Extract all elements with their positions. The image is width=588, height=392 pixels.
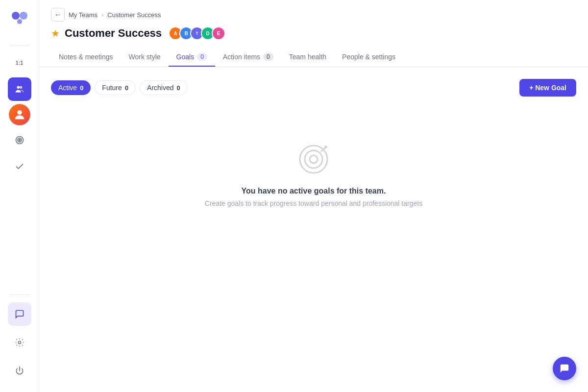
svg-point-2	[17, 19, 22, 24]
sidebar-item-settings[interactable]	[8, 331, 31, 354]
active-filter-count: 0	[80, 84, 83, 92]
empty-state-subtitle: Create goals to track progress toward pe…	[205, 199, 422, 207]
team-name: Customer Success	[65, 27, 162, 40]
back-arrow-icon: ←	[54, 11, 61, 19]
teams-icon	[14, 84, 25, 95]
svg-point-9	[18, 342, 21, 344]
sidebar-item-chat[interactable]	[8, 302, 31, 326]
sidebar-item-teams[interactable]	[8, 77, 31, 101]
sidebar-bottom	[8, 291, 31, 384]
page-header: ← My Teams › Customer Success ★ Customer…	[39, 0, 588, 67]
chat-fab-icon	[559, 363, 570, 374]
tab-people-settings[interactable]: People & settings	[334, 48, 403, 67]
sidebar-item-power[interactable]	[8, 359, 31, 383]
svg-point-12	[310, 155, 318, 163]
filter-tab-active[interactable]: Active 0	[51, 80, 91, 95]
svg-point-4	[20, 86, 23, 89]
empty-state: You have no active goals for this team. …	[51, 112, 576, 237]
svg-point-5	[17, 110, 22, 115]
empty-state-title: You have no active goals for this team.	[242, 187, 386, 196]
archived-filter-count: 0	[177, 84, 180, 92]
tab-team-health[interactable]: Team health	[281, 48, 334, 67]
back-button[interactable]: ←	[51, 8, 65, 22]
content-area: Active 0 Future 0 Archived 0 + New Goal	[39, 67, 588, 392]
archived-filter-label: Archived	[147, 84, 173, 92]
new-goal-label: + New Goal	[529, 84, 566, 92]
filter-tabs: Active 0 Future 0 Archived 0	[51, 80, 188, 95]
one-on-one-icon: 1:1	[16, 60, 24, 66]
sidebar-divider-top	[10, 45, 29, 46]
new-goal-button[interactable]: + New Goal	[519, 79, 576, 97]
chat-fab-button[interactable]	[553, 357, 576, 380]
filter-tab-future[interactable]: Future 0	[95, 80, 136, 95]
tasks-icon	[15, 162, 24, 172]
sidebar-divider-bottom	[10, 294, 29, 295]
tab-action-items[interactable]: Action items 0	[215, 48, 281, 67]
sidebar-item-goals-nav[interactable]	[8, 128, 31, 152]
tab-goals[interactable]: Goals 0	[169, 48, 215, 67]
sidebar: 1:1	[0, 0, 39, 392]
sidebar-item-tasks[interactable]	[8, 155, 31, 178]
goals-badge: 0	[197, 53, 207, 61]
future-filter-count: 0	[125, 84, 128, 92]
power-icon	[15, 366, 24, 376]
main-content: ← My Teams › Customer Success ★ Customer…	[39, 0, 588, 392]
svg-point-3	[17, 86, 20, 89]
breadcrumb-parent[interactable]: My Teams	[69, 11, 98, 19]
active-filter-label: Active	[58, 84, 77, 92]
action-items-badge: 0	[263, 53, 273, 61]
sidebar-item-one-on-one[interactable]: 1:1	[8, 51, 31, 74]
filter-bar: Active 0 Future 0 Archived 0 + New Goal	[51, 79, 576, 97]
breadcrumb: ← My Teams › Customer Success	[51, 8, 576, 22]
chat-icon	[15, 309, 24, 319]
tab-notes-meetings[interactable]: Notes & meetings	[51, 48, 121, 67]
app-logo[interactable]	[9, 8, 30, 29]
settings-icon	[15, 338, 24, 347]
favorite-star-icon[interactable]: ★	[51, 27, 60, 39]
nav-tabs: Notes & meetings Work style Goals 0 Acti…	[51, 48, 576, 67]
svg-point-0	[12, 12, 20, 20]
future-filter-label: Future	[102, 84, 122, 92]
goals-icon	[15, 135, 24, 145]
filter-tab-archived[interactable]: Archived 0	[140, 80, 188, 95]
svg-point-8	[19, 139, 20, 141]
team-avatars: A B T D E	[169, 26, 225, 40]
svg-point-14	[324, 146, 327, 148]
team-avatar-5[interactable]: E	[212, 26, 225, 40]
svg-point-1	[20, 12, 27, 20]
breadcrumb-separator: ›	[101, 11, 103, 19]
svg-point-11	[305, 150, 322, 168]
sidebar-item-avatar[interactable]	[9, 104, 30, 125]
tab-work-style[interactable]: Work style	[121, 48, 169, 67]
breadcrumb-current: Customer Success	[107, 11, 161, 19]
team-title-row: ★ Customer Success A B T D E	[51, 26, 576, 40]
empty-goals-icon	[296, 142, 331, 177]
